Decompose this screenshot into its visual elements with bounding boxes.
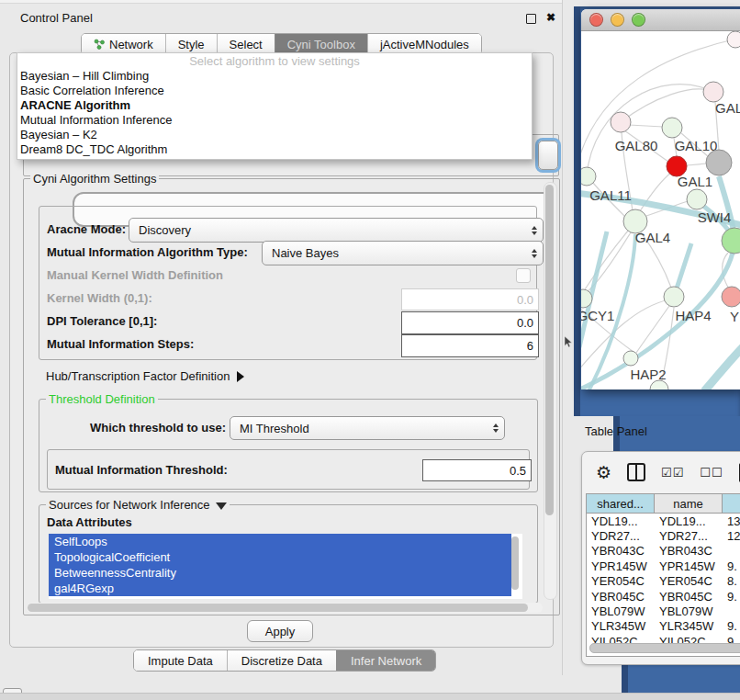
traffic-light-minimize[interactable] xyxy=(611,13,624,27)
table-panel-window: ⚙☑☑☐☐ shared...nameA YDL19...YDL19...13Y… xyxy=(581,451,740,665)
traffic-light-zoom[interactable] xyxy=(632,13,645,27)
node-label-gcy1: GCY1 xyxy=(581,308,614,323)
table-cell: YBL079W xyxy=(587,604,655,618)
table-cell: YDR27... xyxy=(587,529,655,543)
network-window-titlebar[interactable] xyxy=(581,9,740,31)
mi-type-label: Mutual Information Algorithm Type: xyxy=(47,245,248,259)
tab-label: Network xyxy=(109,38,153,51)
table-row[interactable]: YPR145WYPR145W9. xyxy=(587,559,740,573)
hub-definition-toggle[interactable]: Hub/Transcription Factor Definition xyxy=(46,369,244,383)
tab-jactivemnodules[interactable]: jActiveMNodules xyxy=(367,34,481,54)
close-panel-icon[interactable]: ✖ xyxy=(546,11,555,24)
column-header-shared[interactable]: shared... xyxy=(587,494,655,514)
tab-cyni-toolbox[interactable]: Cyni Toolbox xyxy=(275,34,367,54)
apply-button[interactable]: Apply xyxy=(247,620,313,642)
table-cell: 13 xyxy=(723,514,740,528)
settings-horizontal-scrollbar[interactable] xyxy=(27,603,543,613)
network-node-gal80[interactable] xyxy=(611,112,631,132)
table-cell: 12 xyxy=(723,529,740,543)
network-node-y[interactable] xyxy=(722,287,740,307)
tab-label: jActiveMNodules xyxy=(380,38,469,51)
network-edge xyxy=(677,243,691,288)
network-canvas[interactable]: GALGAL80GAL10GAL11GAL1SWI4GAL4GCY1HAP4YH… xyxy=(581,31,740,390)
data-attributes-label: Data Attributes xyxy=(47,515,132,529)
columns-icon[interactable] xyxy=(627,463,645,481)
scrollbar-thumb[interactable] xyxy=(545,185,554,515)
network-node-gal1[interactable] xyxy=(687,189,707,209)
kernel-width-field[interactable]: 0.0 xyxy=(401,288,539,310)
tab-impute-data[interactable]: Impute Data xyxy=(134,650,227,671)
manual-kernel-checkbox[interactable] xyxy=(516,268,531,283)
dropdown-item-bayesian-k2[interactable]: Bayesian – K2 xyxy=(17,128,532,142)
table-row[interactable]: YDR27...YDR27...12 xyxy=(587,528,740,543)
traffic-light-close[interactable] xyxy=(589,13,603,27)
table-cell: 9. xyxy=(723,559,740,573)
column-header-a[interactable]: A xyxy=(723,494,740,514)
table-row[interactable]: YBL079WYBL079W xyxy=(587,604,740,618)
checked-boxes-icon[interactable]: ☑☑ xyxy=(661,466,684,480)
float-panel-icon[interactable] xyxy=(526,14,536,24)
network-view: GALGAL80GAL10GAL11GAL1SWI4GAL4GCY1HAP4YH… xyxy=(581,31,740,390)
node-label-gal: GAL xyxy=(715,100,740,116)
column-header-name[interactable]: name xyxy=(655,494,723,514)
tab-style[interactable]: Style xyxy=(165,34,217,54)
hub-definition-label: Hub/Transcription Factor Definition xyxy=(46,369,230,383)
table-cell: YDL19... xyxy=(655,514,723,528)
network-edge xyxy=(621,89,713,122)
spinner-arrows-icon xyxy=(493,423,499,433)
network-node-hap4[interactable] xyxy=(664,287,684,307)
network-node-gal[interactable] xyxy=(703,82,723,102)
aracne-mode-combo[interactable]: Discovery xyxy=(129,218,544,243)
table-row[interactable]: YBR045CYBR045C9. xyxy=(587,589,740,604)
tab-discretize-data[interactable]: Discretize Data xyxy=(227,650,336,671)
list-scrollbar-thumb[interactable] xyxy=(511,536,519,590)
table-row[interactable]: YBR043CYBR043C xyxy=(587,544,740,559)
network-node-hap2[interactable] xyxy=(623,351,638,366)
kernel-width-label: Kernel Width (0,1): xyxy=(47,291,152,305)
dropdown-item-aracne-algorithm[interactable]: ARACNE Algorithm xyxy=(17,98,532,113)
control-panel-title: Control Panel xyxy=(20,11,93,25)
dropdown-item-bayesian-hill-climbing[interactable]: Bayesian – Hill Climbing xyxy=(17,69,532,84)
tab-select[interactable]: Select xyxy=(217,34,275,54)
mi-threshold-field[interactable]: 0.5 xyxy=(422,459,532,481)
attribute-item-gal4rgexp[interactable]: gal4RGexp xyxy=(49,581,511,596)
dropdown-item-mutual-information-inference[interactable]: Mutual Information Inference xyxy=(17,113,532,128)
tab-infer-network[interactable]: Infer Network xyxy=(336,650,435,671)
gear-icon[interactable]: ⚙ xyxy=(596,464,611,481)
mi-steps-label: Mutual Information Steps: xyxy=(47,337,194,351)
network-node[interactable] xyxy=(706,150,732,175)
dpi-tolerance-field[interactable]: 0.0 xyxy=(401,311,539,334)
table-row[interactable]: YDL19...YDL19...13 xyxy=(587,514,740,528)
which-threshold-combo[interactable]: MI Threshold xyxy=(230,416,505,440)
tab-network[interactable]: Network xyxy=(82,34,165,54)
network-node[interactable] xyxy=(727,31,740,48)
attribute-item-topologicalcoefficient[interactable]: TopologicalCoefficient xyxy=(49,549,511,565)
network-node-swi4[interactable] xyxy=(722,228,740,254)
settings-vertical-scrollbar[interactable] xyxy=(544,182,557,600)
attribute-item-selfloops[interactable]: SelfLoops xyxy=(49,534,511,549)
spinner-arrows-icon xyxy=(532,226,537,235)
attribute-item-betweennesscentrality[interactable]: BetweennessCentrality xyxy=(49,565,511,581)
bottom-tabs: Impute DataDiscretize DataInfer Network xyxy=(133,649,436,672)
table-row[interactable]: YER054CYER054C8. xyxy=(587,574,740,589)
dropdown-item-basic-correlation-inference[interactable]: Basic Correlation Inference xyxy=(17,84,532,98)
table-cell: 9. xyxy=(723,619,740,633)
network-node-gal10[interactable] xyxy=(662,118,682,138)
table-cell: YBL079W xyxy=(655,604,723,618)
control-panel: Control Panel ✖ NetworkStyleSelectCyni T… xyxy=(0,0,563,675)
mi-type-combo[interactable]: Naive Bayes xyxy=(262,241,544,265)
scrollbar-thumb[interactable] xyxy=(28,604,528,612)
table-cell: YBR045C xyxy=(655,590,723,604)
settings-group-title: Cyni Algorithm Settings xyxy=(30,172,159,186)
dropdown-item-dream8-dc-tdc-algorithm[interactable]: Dream8 DC_TDC Algorithm xyxy=(17,142,532,157)
which-threshold-value: MI Threshold xyxy=(240,422,309,435)
table-row[interactable]: YLR345WYLR345W9. xyxy=(587,619,740,634)
mi-steps-field[interactable]: 6 xyxy=(401,334,539,357)
algorithm-combo-button[interactable] xyxy=(538,141,558,170)
network-node-gal11[interactable] xyxy=(581,167,596,186)
table-horizontal-scrollbar[interactable] xyxy=(589,643,740,653)
collapse-down-icon xyxy=(216,502,227,510)
unchecked-boxes-icon[interactable]: ☐☐ xyxy=(700,466,723,480)
aracne-mode-value: Discovery xyxy=(139,223,191,237)
node-label-gal11: GAL11 xyxy=(589,187,632,203)
